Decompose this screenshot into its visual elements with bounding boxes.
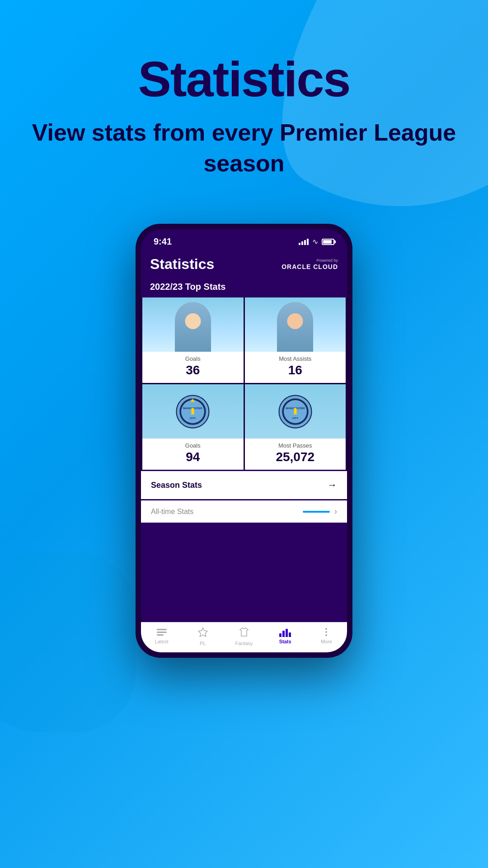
bg-decoration-2 [0, 552, 136, 732]
season-stats-label: Season Stats [151, 481, 202, 490]
stats-icon [279, 627, 291, 637]
alltime-stats-label: All-time Stats [151, 508, 193, 516]
team-goals-image: MANCHESTER CITY [142, 384, 244, 439]
oracle-powered-label: Powered by [282, 258, 338, 263]
team-goals-stat-label: Goals [147, 442, 239, 449]
oracle-cloud-label: ORACLE CLOUD [282, 263, 338, 270]
svg-point-7 [192, 408, 194, 410]
haaland-stat-value: 36 [147, 363, 239, 377]
nav-item-stats[interactable]: Stats [265, 627, 306, 646]
mcfc-badge-svg: MANCHESTER CITY [176, 395, 210, 429]
haaland-stat-label: Goals [147, 355, 239, 362]
nav-stats-label: Stats [279, 639, 291, 644]
nav-latest-label: Latest [155, 639, 169, 644]
latest-icon [157, 627, 167, 637]
phone-outer-frame: 9:41 ∿ Stati [136, 224, 352, 658]
phone-screen: 9:41 ∿ Stati [141, 229, 347, 652]
nav-fantasy-label: Fantasy [235, 641, 253, 646]
stats-grid: Goals 36 Most Assists 16 [141, 297, 347, 470]
section-list: Season Stats → All-time Stats › [141, 470, 347, 622]
svg-point-15 [294, 408, 296, 410]
nav-item-fantasy[interactable]: Fantasy [223, 627, 264, 646]
signal-icon [299, 239, 309, 245]
team-passes-stat-info: Most Passes 25,072 [245, 439, 346, 470]
season-stats-arrow: → [327, 479, 337, 491]
battery-icon [322, 239, 334, 245]
page-subtitle: View stats from every Premier League sea… [27, 118, 461, 179]
stat-card-debruyne-assists[interactable]: Most Assists 16 [245, 297, 346, 383]
wifi-icon: ∿ [312, 237, 318, 246]
scroll-progress [303, 511, 330, 513]
phone-mockup: 9:41 ∿ Stati [136, 224, 352, 658]
app-title: Statistics [150, 256, 214, 273]
team-passes-stat-label: Most Passes [249, 442, 342, 449]
debruyne-stat-value: 16 [249, 363, 342, 377]
haaland-image [142, 297, 244, 352]
nav-pl-label: PL [200, 641, 206, 646]
stat-card-haaland-goals[interactable]: Goals 36 [142, 297, 244, 383]
stat-card-team-passes[interactable]: MANCHESTER CITY Most Passes 25,072 [245, 384, 346, 470]
more-icon [325, 627, 327, 637]
fantasy-icon [239, 627, 249, 639]
nav-item-more[interactable]: More [306, 627, 347, 646]
page-title: Statistics [27, 54, 461, 104]
nav-item-pl[interactable]: PL [182, 627, 223, 646]
app-content: Statistics Powered by ORACLE CLOUD 2022/… [141, 251, 347, 652]
alltime-stats-item[interactable]: All-time Stats › [141, 500, 347, 523]
svg-text:CITY: CITY [292, 417, 298, 420]
bottom-nav: Latest PL [141, 622, 347, 652]
season-heading: 2022/23 Top Stats [141, 279, 347, 297]
status-icons: ∿ [299, 237, 334, 246]
hero-header: Statistics View stats from every Premier… [0, 0, 488, 206]
debruyne-stat-label: Most Assists [249, 355, 342, 362]
oracle-badge: Powered by ORACLE CLOUD [282, 258, 338, 271]
team-passes-image: MANCHESTER CITY [245, 384, 346, 439]
stat-card-team-goals[interactable]: MANCHESTER CITY Goals [142, 384, 244, 470]
pl-icon [198, 627, 208, 639]
haaland-stat-info: Goals 36 [142, 352, 244, 383]
svg-marker-16 [198, 628, 207, 637]
team-goals-stat-value: 94 [147, 450, 239, 464]
mcfc-badge-svg-2: MANCHESTER CITY [278, 395, 312, 429]
status-bar: 9:41 ∿ [141, 229, 347, 251]
debruyne-stat-info: Most Assists 16 [245, 352, 346, 383]
team-passes-stat-value: 25,072 [249, 450, 342, 464]
season-stats-item[interactable]: Season Stats → [141, 471, 347, 499]
alltime-arrow: › [334, 507, 337, 516]
nav-item-latest[interactable]: Latest [141, 627, 182, 646]
svg-text:CITY: CITY [190, 417, 196, 420]
app-header: Statistics Powered by ORACLE CLOUD [141, 251, 347, 279]
debruyne-image [245, 297, 346, 352]
nav-more-label: More [321, 639, 332, 644]
status-time: 9:41 [154, 236, 172, 247]
team-goals-stat-info: Goals 94 [142, 439, 244, 470]
